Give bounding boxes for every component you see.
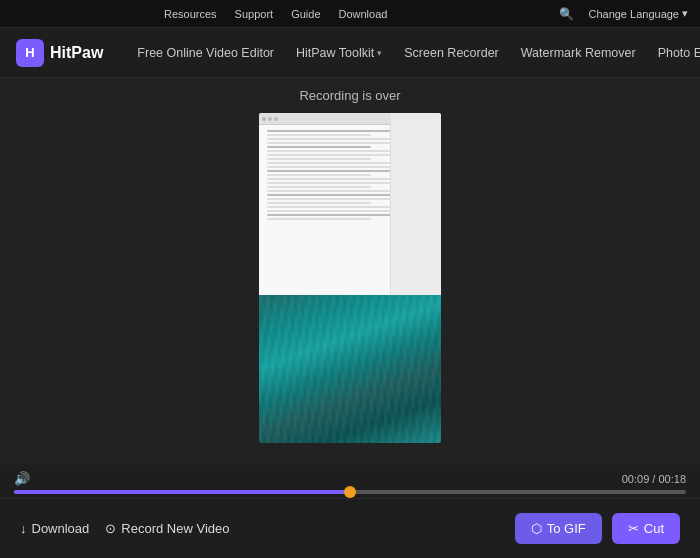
action-right: ⬡ To GIF Cut xyxy=(515,513,680,544)
nav-items: Free Online Video Editor HitPaw Toolkit … xyxy=(127,40,700,66)
to-gif-button[interactable]: ⬡ To GIF xyxy=(515,513,602,544)
logo[interactable]: H HitPaw xyxy=(16,39,103,67)
ocean-bg xyxy=(259,295,441,444)
ss-line xyxy=(267,158,371,160)
scissors-icon xyxy=(628,521,639,536)
ss-line xyxy=(267,174,371,176)
logo-text: HitPaw xyxy=(50,44,103,62)
volume-icon[interactable]: 🔊 xyxy=(14,471,30,486)
nav-screen-recorder[interactable]: Screen Recorder xyxy=(394,40,509,66)
controls-bar: 🔊 00:09 / 00:18 xyxy=(0,465,700,498)
ss-line xyxy=(267,206,406,208)
nav-bar: H HitPaw Free Online Video Editor HitPaw… xyxy=(0,28,700,78)
ss-line xyxy=(267,130,406,132)
time-row: 🔊 00:09 / 00:18 xyxy=(14,471,686,486)
toolbar-dot xyxy=(262,117,266,121)
logo-icon: H xyxy=(16,39,44,67)
top-bar-links: Resources Support Guide Download xyxy=(164,8,387,20)
ss-line xyxy=(267,186,371,188)
progress-fill xyxy=(14,490,350,494)
download-button[interactable]: Download xyxy=(20,521,89,536)
toolbar-dot xyxy=(274,117,278,121)
gif-icon: ⬡ xyxy=(531,521,542,536)
top-bar-resources[interactable]: Resources xyxy=(164,8,217,20)
video-top-half xyxy=(259,113,441,295)
ss-line xyxy=(267,134,371,136)
recording-status-label: Recording is over xyxy=(299,88,400,103)
nav-hitpaw-toolkit[interactable]: HitPaw Toolkit ▾ xyxy=(286,40,392,66)
toolbar-dot xyxy=(268,117,272,121)
record-icon xyxy=(105,521,116,536)
main-content: Recording is over xyxy=(0,78,700,498)
download-icon xyxy=(20,521,27,536)
progress-thumb[interactable] xyxy=(344,486,356,498)
ss-line xyxy=(267,202,371,204)
top-bar: Resources Support Guide Download 🔍 Chang… xyxy=(0,0,700,28)
video-bottom-half xyxy=(259,295,441,444)
ss-line xyxy=(267,138,406,140)
time-display: 00:09 / 00:18 xyxy=(622,473,686,485)
search-icon[interactable]: 🔍 xyxy=(559,7,574,21)
screenshot-content xyxy=(259,113,441,295)
action-left: Download Record New Video xyxy=(20,521,499,536)
ss-line xyxy=(267,218,371,220)
top-bar-guide[interactable]: Guide xyxy=(291,8,320,20)
ocean-waves xyxy=(259,295,441,444)
chevron-down-icon: ▾ xyxy=(377,48,382,58)
ss-line xyxy=(267,150,406,152)
chevron-down-icon: ▾ xyxy=(682,7,688,20)
ss-line xyxy=(267,194,406,196)
top-bar-support[interactable]: Support xyxy=(235,8,274,20)
ss-line xyxy=(267,146,371,148)
top-bar-download[interactable]: Download xyxy=(339,8,388,20)
action-bar: Download Record New Video ⬡ To GIF Cut xyxy=(0,498,700,558)
change-language-button[interactable]: Change Language ▾ xyxy=(588,7,688,20)
ss-line xyxy=(267,162,406,164)
nav-free-video-editor[interactable]: Free Online Video Editor xyxy=(127,40,284,66)
nav-watermark-remover[interactable]: Watermark Remover xyxy=(511,40,646,66)
cut-button[interactable]: Cut xyxy=(612,513,680,544)
video-preview xyxy=(259,113,441,443)
ss-line xyxy=(267,178,406,180)
ss-sidebar xyxy=(390,113,441,295)
nav-photo-enhancer[interactable]: Photo Enhancer xyxy=(648,40,700,66)
top-bar-right: 🔍 Change Language ▾ xyxy=(559,7,688,21)
record-new-button[interactable]: Record New Video xyxy=(105,521,229,536)
progress-bar[interactable] xyxy=(14,490,686,494)
